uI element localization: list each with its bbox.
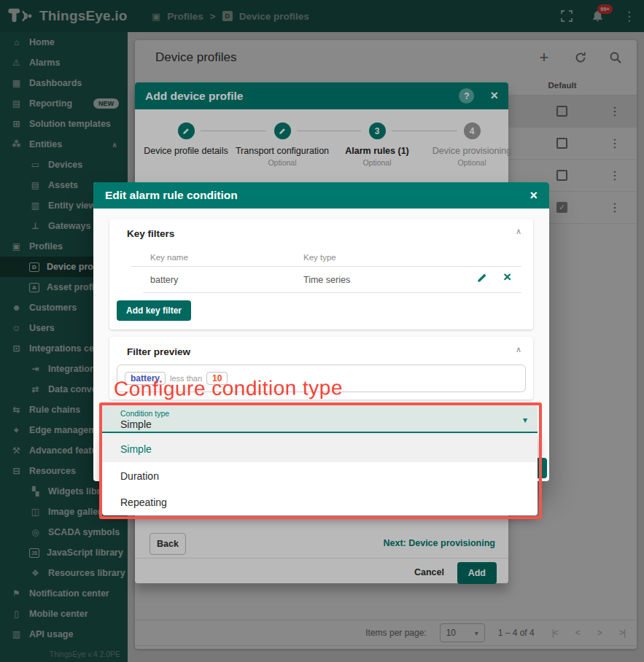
edit-modal-title: Edit alarm rule condition — [105, 189, 529, 202]
table-divider — [143, 292, 521, 293]
collapse-icon[interactable]: ∧ — [516, 227, 521, 236]
annotation-highlight-box — [99, 402, 542, 519]
key-filters-panel: Key filters ∧ Key name Key type battery … — [109, 219, 533, 330]
column-header-key-name: Key name — [150, 253, 188, 262]
add-key-filter-button[interactable]: Add key filter — [117, 300, 191, 321]
filter-preview-title: Filter preview — [127, 346, 190, 357]
table-divider — [131, 266, 521, 267]
annotation-text: Configure condition type — [114, 376, 343, 401]
edit-key-filter-icon[interactable] — [477, 272, 488, 283]
delete-key-filter-icon[interactable]: × — [503, 269, 511, 285]
app-root: ThingsEye.io ▣ Profiles > D Device profi… — [0, 0, 644, 662]
key-filters-title: Key filters — [127, 228, 174, 239]
column-header-key-type: Key type — [303, 253, 336, 262]
key-type-cell: Time series — [303, 275, 350, 285]
edit-modal-header: Edit alarm rule condition × — [93, 182, 549, 209]
collapse-icon[interactable]: ∧ — [516, 345, 521, 354]
key-name-cell: battery — [150, 275, 178, 285]
close-icon[interactable]: × — [529, 188, 538, 203]
